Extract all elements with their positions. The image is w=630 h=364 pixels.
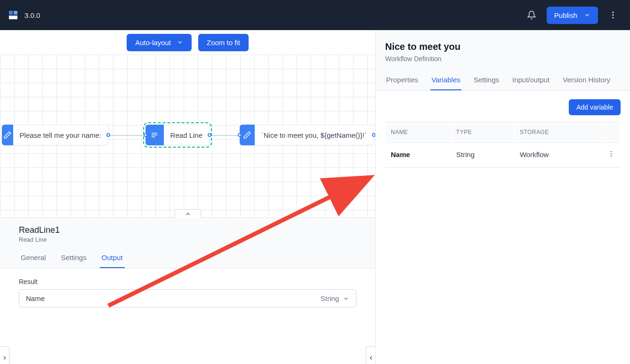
result-select[interactable]: Name String xyxy=(19,289,356,308)
svg-point-8 xyxy=(611,156,612,157)
auto-layout-label: Auto-layout xyxy=(135,39,171,47)
chevron-down-icon xyxy=(177,39,183,46)
publish-label: Publish xyxy=(554,11,577,19)
result-value: Name xyxy=(26,294,45,302)
tab-variables[interactable]: Variables xyxy=(430,70,461,90)
main: Auto-layout Zoom to fit Please tell me y… xyxy=(0,30,630,364)
tab-general[interactable]: General xyxy=(19,248,48,268)
connection xyxy=(211,135,239,136)
node-port[interactable] xyxy=(372,133,375,137)
svg-point-0 xyxy=(612,12,614,13)
app-version: 3.0.0 xyxy=(24,11,40,19)
expand-left-panel-button[interactable] xyxy=(0,346,9,364)
properties-subtitle: Workflow Definition xyxy=(385,55,621,63)
pencil-icon xyxy=(2,125,13,145)
variables-table: NAME TYPE STORAGE Name String Workflow xyxy=(385,122,621,168)
properties-body: Add variable NAME TYPE STORAGE Name Stri… xyxy=(376,91,630,364)
svg-point-1 xyxy=(612,14,614,16)
text-lines-icon xyxy=(145,125,164,145)
node-label: `Nice to meet you, ${getName()}!` xyxy=(255,131,373,139)
activity-details-panel: ReadLine1 Read Line General Settings Out… xyxy=(0,217,375,364)
node-label: Please tell me your name: xyxy=(13,131,108,139)
header-left: 3.0.0 xyxy=(8,9,40,21)
collapse-panel-button[interactable] xyxy=(175,209,201,218)
notifications-icon[interactable] xyxy=(522,6,541,24)
pencil-icon xyxy=(240,125,255,145)
header-right: Publish xyxy=(522,6,622,24)
canvas-toolbar: Auto-layout Zoom to fit xyxy=(0,30,375,55)
tab-output[interactable]: Output xyxy=(100,248,125,268)
panel-header: ReadLine1 Read Line xyxy=(0,218,375,248)
panel-title: ReadLine1 xyxy=(19,225,356,235)
node-label: Read Line xyxy=(164,131,209,139)
col-name: NAME xyxy=(386,123,451,141)
add-variable-wrap: Add variable xyxy=(385,99,621,115)
properties-panel: Nice to meet you Workflow Definition Pro… xyxy=(376,30,630,364)
col-type: TYPE xyxy=(452,123,514,141)
chevron-left-icon xyxy=(368,355,374,361)
publish-button[interactable]: Publish xyxy=(547,7,598,24)
canvas-area: Auto-layout Zoom to fit Please tell me y… xyxy=(0,30,376,364)
app-logo xyxy=(8,9,19,21)
more-menu-icon[interactable] xyxy=(604,6,622,24)
result-type-wrap: String xyxy=(321,294,349,302)
node-port[interactable] xyxy=(106,133,110,137)
chevron-up-icon xyxy=(185,211,191,217)
add-variable-button[interactable]: Add variable xyxy=(569,99,621,115)
svg-point-2 xyxy=(612,17,614,18)
tab-settings[interactable]: Settings xyxy=(59,248,88,268)
zoom-to-fit-label: Zoom to fit xyxy=(207,39,240,47)
var-name: Name xyxy=(386,142,451,166)
zoom-to-fit-button[interactable]: Zoom to fit xyxy=(198,34,249,51)
canvas[interactable]: Please tell me your name: Read Line `Nic… xyxy=(0,55,375,364)
result-type: String xyxy=(321,294,339,302)
auto-layout-button[interactable]: Auto-layout xyxy=(127,34,192,51)
node-port[interactable] xyxy=(238,133,242,137)
var-storage: Workflow xyxy=(515,142,602,166)
properties-header: Nice to meet you Workflow Definition xyxy=(376,30,630,70)
row-menu-icon[interactable] xyxy=(603,142,620,166)
panel-content: Result Name String xyxy=(0,269,375,317)
col-storage: STORAGE xyxy=(515,123,602,141)
properties-tabs: Properties Variables Settings Input/outp… xyxy=(376,70,630,91)
var-type: String xyxy=(452,142,514,166)
tab-input-output[interactable]: Input/output xyxy=(511,70,550,90)
table-row[interactable]: Name String Workflow xyxy=(386,142,620,166)
tab-properties[interactable]: Properties xyxy=(385,70,419,90)
connection xyxy=(109,135,143,136)
workflow-node-writeline[interactable]: `Nice to meet you, ${getName()}!` xyxy=(240,125,374,145)
tab-version-history[interactable]: Version History xyxy=(562,70,611,90)
chevron-down-icon xyxy=(343,295,349,302)
result-label: Result xyxy=(19,278,356,285)
svg-point-6 xyxy=(611,151,612,152)
chevron-right-icon xyxy=(1,355,8,361)
workflow-node-readline[interactable]: Read Line xyxy=(145,125,210,145)
app-header: 3.0.0 Publish xyxy=(0,0,630,30)
chevron-down-icon xyxy=(584,12,590,18)
panel-subtitle: Read Line xyxy=(19,236,356,243)
collapse-right-panel-button[interactable] xyxy=(366,346,375,364)
properties-title: Nice to meet you xyxy=(385,41,621,52)
panel-tabs: General Settings Output xyxy=(0,248,375,269)
workflow-node-writeline[interactable]: Please tell me your name: xyxy=(2,125,108,145)
svg-point-7 xyxy=(611,153,612,154)
node-port[interactable] xyxy=(208,133,211,137)
node-port[interactable] xyxy=(144,133,147,137)
tab-settings[interactable]: Settings xyxy=(473,70,500,90)
